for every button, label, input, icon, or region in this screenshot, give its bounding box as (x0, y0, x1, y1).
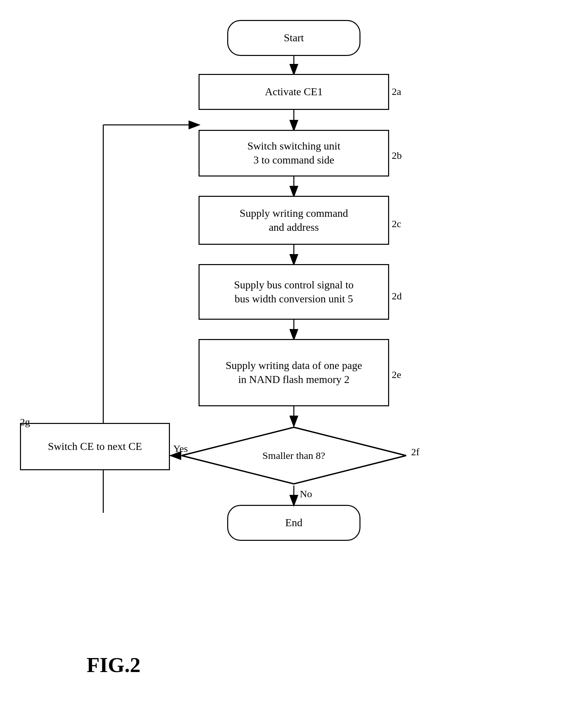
switch-ce-label: Switch CE to next CE (48, 440, 142, 454)
start-label: Start (284, 31, 304, 45)
ref-2e: 2e (392, 369, 401, 380)
no-label: No (300, 488, 312, 500)
diamond-node: Smaller than 8? (180, 426, 408, 485)
supply-writing-cmd-label: Supply writing command and address (239, 207, 348, 234)
supply-writing-cmd-node: Supply writing command and address (198, 196, 389, 245)
supply-bus-control-label: Supply bus control signal to bus width c… (234, 278, 354, 306)
end-node: End (227, 505, 360, 541)
supply-bus-control-node: Supply bus control signal to bus width c… (198, 264, 389, 320)
supply-writing-data-node: Supply writing data of one page in NAND … (198, 339, 389, 406)
ref-2f: 2f (411, 446, 419, 458)
ref-2d: 2d (392, 290, 402, 302)
activate-ce1-label: Activate CE1 (265, 85, 322, 99)
start-node: Start (227, 20, 360, 56)
end-label: End (285, 516, 302, 530)
ref-2b: 2b (392, 150, 402, 161)
diamond-label: Smaller than 8? (262, 450, 325, 461)
figure-title: FIG.2 (87, 653, 141, 677)
diagram-container: Start Activate CE1 2a Switch switching u… (0, 0, 588, 717)
activate-ce1-node: Activate CE1 (198, 74, 389, 110)
ref-2a: 2a (392, 86, 401, 97)
supply-writing-data-label: Supply writing data of one page in NAND … (226, 358, 362, 386)
ref-2g: 2g (20, 416, 30, 428)
switch-ce-node: Switch CE to next CE (20, 423, 170, 470)
ref-2c: 2c (392, 218, 401, 230)
switch-switching-label: Switch switching unit 3 to command side (247, 139, 340, 167)
switch-switching-node: Switch switching unit 3 to command side (198, 130, 389, 176)
yes-label: Yes (173, 443, 188, 454)
